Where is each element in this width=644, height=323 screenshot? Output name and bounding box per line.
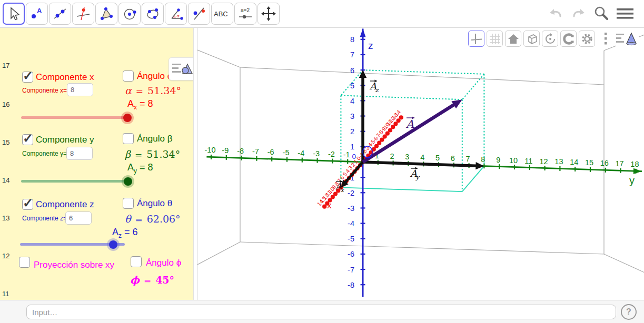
theta-symbol: θ bbox=[125, 213, 131, 225]
tool-line-button[interactable] bbox=[49, 3, 71, 25]
panel-y-axis-number: 14 bbox=[2, 176, 9, 184]
tool-angle-button[interactable]: α bbox=[165, 3, 187, 25]
svg-text:z: z bbox=[375, 86, 379, 94]
3d-scene[interactable]: -10-9-8-7-6-5-4-3-2-11234567891011121314… bbox=[197, 28, 644, 299]
az-slider-knob[interactable] bbox=[109, 240, 117, 249]
ay-slider-knob[interactable] bbox=[124, 177, 132, 186]
svg-text:y: y bbox=[415, 174, 420, 181]
svg-text:5: 5 bbox=[350, 82, 354, 90]
angulo-theta-checkbox[interactable]: ✓ bbox=[123, 198, 134, 209]
3d-stylebar-toggle[interactable] bbox=[616, 31, 639, 47]
svg-text:A: A bbox=[37, 7, 42, 15]
svg-text:-5: -5 bbox=[348, 235, 354, 243]
svg-text:-8: -8 bbox=[348, 281, 354, 289]
svg-text:-1: -1 bbox=[343, 150, 350, 159]
kebab-icon bbox=[602, 31, 609, 47]
ax-value-label: Ax = 8 bbox=[127, 98, 153, 111]
ay-slider[interactable] bbox=[21, 180, 131, 183]
svg-text:4: 4 bbox=[420, 153, 424, 162]
3d-stylebar bbox=[468, 31, 639, 47]
more-options-button[interactable] bbox=[597, 31, 613, 47]
svg-text:12: 12 bbox=[540, 157, 548, 166]
svg-text:13: 13 bbox=[554, 157, 563, 166]
graphics-view-panel[interactable]: 17161514131211 4567 ✓ Componente x Compo… bbox=[0, 28, 193, 300]
theta-value: θ=62.06° bbox=[125, 213, 181, 225]
az-slider[interactable] bbox=[20, 243, 125, 246]
svg-text:2: 2 bbox=[390, 152, 394, 160]
search-button[interactable] bbox=[592, 4, 611, 23]
checkmark-icon: ✓ bbox=[23, 131, 33, 146]
menu-button[interactable] bbox=[615, 4, 634, 23]
slider-tool-label: a=2 bbox=[241, 7, 250, 13]
proyeccion-checkbox[interactable]: ✓ bbox=[19, 257, 30, 268]
tool-conic-button[interactable] bbox=[142, 3, 164, 25]
svg-text:0: 0 bbox=[352, 153, 356, 160]
show-axes-button[interactable] bbox=[468, 31, 484, 47]
magnet-snap-button[interactable] bbox=[560, 31, 577, 47]
tool-circle-button[interactable] bbox=[118, 3, 141, 25]
tool-move-graphics-button[interactable] bbox=[257, 3, 280, 25]
undo-button[interactable] bbox=[547, 4, 566, 23]
ax-slider-knob[interactable] bbox=[123, 114, 132, 122]
angle-icon: α bbox=[169, 6, 183, 21]
tool-reflection-button[interactable] bbox=[188, 3, 210, 25]
stylebar-icon bbox=[171, 60, 193, 78]
componente-x-input[interactable] bbox=[67, 83, 93, 96]
svg-text:A: A bbox=[405, 118, 414, 130]
componente-y-label: Componente y bbox=[36, 135, 94, 145]
componente-x-label: Componente x bbox=[36, 72, 94, 83]
tool-slider-button[interactable]: a=2 bbox=[234, 3, 256, 25]
svg-text:5: 5 bbox=[435, 154, 440, 162]
svg-text:8: 8 bbox=[350, 35, 354, 44]
alpha-symbol: α bbox=[125, 85, 132, 96]
settings-button[interactable] bbox=[579, 31, 595, 47]
svg-text:-3: -3 bbox=[348, 204, 354, 213]
componente-y-input[interactable] bbox=[66, 147, 93, 160]
componente-x-checkbox[interactable]: ✓ bbox=[22, 72, 33, 83]
svg-text:-5: -5 bbox=[283, 148, 290, 157]
svg-text:7: 7 bbox=[466, 155, 470, 163]
tool-text-button[interactable]: ABC bbox=[211, 3, 233, 25]
help-question-mark: ? bbox=[626, 307, 631, 317]
home-view-button[interactable] bbox=[505, 31, 521, 47]
graphics-3d-view[interactable]: -10-9-8-7-6-5-4-3-2-11234567891011121314… bbox=[197, 28, 644, 300]
tool-perpendicular-line-button[interactable] bbox=[72, 3, 94, 25]
svg-text:6: 6 bbox=[350, 66, 354, 75]
ax-slider[interactable] bbox=[21, 116, 129, 119]
componente-y-checkbox[interactable]: ✓ bbox=[22, 134, 33, 145]
svg-text:-6: -6 bbox=[267, 148, 274, 156]
ay-value-label: Ay = 8 bbox=[127, 162, 153, 175]
panel-stylebar-toggle[interactable] bbox=[169, 57, 193, 80]
componente-z-input[interactable] bbox=[65, 211, 92, 225]
clipping-box-button[interactable] bbox=[523, 31, 540, 47]
svg-text:-9: -9 bbox=[222, 146, 229, 155]
tool-move-button[interactable] bbox=[3, 3, 25, 25]
svg-text:α: α bbox=[176, 14, 180, 18]
panel-y-axis-number: 16 bbox=[2, 100, 9, 108]
checkmark-icon: ✓ bbox=[23, 68, 33, 83]
help-button[interactable]: ? bbox=[621, 304, 637, 320]
vector-label-Ay: Ay bbox=[410, 167, 420, 181]
angulo-phi-checkbox[interactable]: ✓ bbox=[131, 256, 142, 267]
svg-text:8: 8 bbox=[481, 155, 485, 164]
show-grid-button[interactable] bbox=[487, 31, 503, 47]
magnet-icon bbox=[562, 33, 575, 45]
svg-text:6: 6 bbox=[451, 154, 455, 163]
componente-z-checkbox[interactable]: ✓ bbox=[22, 199, 33, 210]
algebra-input[interactable] bbox=[26, 305, 616, 319]
cursor-icon bbox=[6, 6, 21, 21]
beta-value: β=51.34° bbox=[125, 148, 180, 160]
componente-z-label: Componente z bbox=[36, 199, 94, 210]
componente-x-input-label: Componente x= bbox=[22, 87, 67, 94]
svg-text:11: 11 bbox=[524, 157, 532, 165]
angulo-alpha-checkbox[interactable]: ✓ bbox=[123, 70, 134, 82]
rotate-view-button[interactable] bbox=[542, 31, 558, 47]
angulo-beta-checkbox[interactable]: ✓ bbox=[123, 133, 134, 144]
svg-text:9: 9 bbox=[496, 156, 500, 164]
tool-polygon-button[interactable] bbox=[95, 3, 117, 25]
componente-y-input-label: Componente y= bbox=[22, 150, 67, 157]
redo-button[interactable] bbox=[569, 4, 588, 23]
svg-text:15: 15 bbox=[585, 158, 593, 167]
tool-point-button[interactable]: A bbox=[26, 3, 48, 25]
toolbar: A α ABC a=2 bbox=[0, 0, 644, 28]
